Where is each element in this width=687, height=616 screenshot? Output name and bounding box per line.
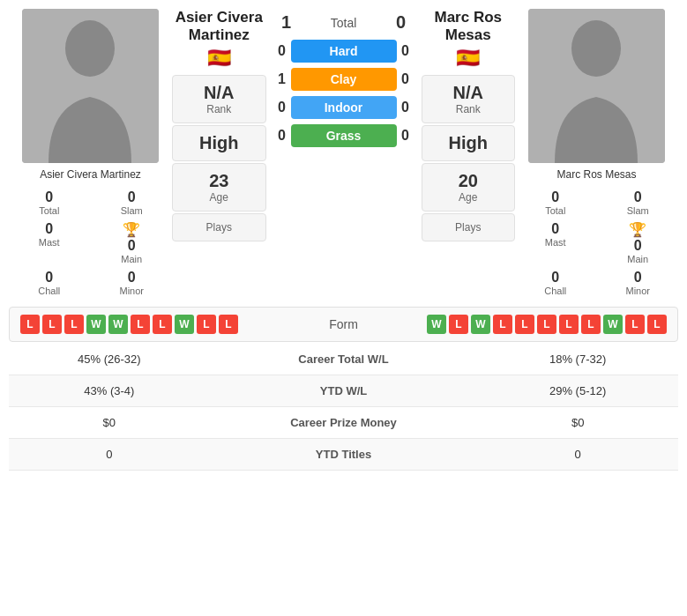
indoor-badge: Indoor: [291, 96, 397, 119]
player2-plays-label: Plays: [429, 221, 508, 234]
player1-flag: 🇪🇸: [172, 47, 266, 70]
player1-mast-stat: 0 Mast: [9, 219, 90, 266]
form-badge: L: [625, 315, 645, 334]
grass-row: 0 Grass 0: [273, 122, 414, 149]
player1-slam-value: 0: [128, 189, 136, 205]
player1-main-value: 0: [128, 238, 136, 254]
player2-header: Marc RosMesas 🇪🇸: [422, 9, 516, 70]
form-badge: L: [20, 315, 40, 334]
total-right-score: 0: [388, 12, 414, 33]
hard-row: 0 Hard 0: [273, 38, 414, 64]
total-left-score: 1: [273, 12, 300, 33]
form-badge: L: [449, 315, 468, 334]
player1-card: Asier Civera Martinez 0 Total 0 Slam 0 M…: [9, 9, 172, 298]
trophy1-icon: 🏆: [123, 221, 140, 238]
player1-header: Asier CiveraMartinez 🇪🇸: [172, 9, 266, 70]
form-badge: L: [42, 315, 62, 334]
player2-minor-label: Minor: [625, 286, 650, 296]
clay-right: 0: [397, 71, 414, 87]
form-badge: W: [603, 315, 623, 334]
total-row: 1 Total 0: [273, 9, 414, 36]
grass-badge: Grass: [291, 124, 397, 147]
trophy2-icon: 🏆: [629, 221, 646, 238]
hard-left: 0: [273, 43, 291, 59]
form-badge: W: [471, 315, 490, 334]
player2-detail-panel: Marc RosMesas 🇪🇸 N/A Rank High 20 Age Pl…: [422, 9, 516, 298]
player1-mast-label: Mast: [39, 237, 60, 248]
player2-chall-value: 0: [551, 270, 559, 286]
player1-plays-label: Plays: [180, 221, 258, 234]
stat-center: Career Total W/L: [210, 344, 478, 375]
player2-mast-stat: 0 Mast: [515, 219, 596, 266]
player2-high-box: High: [422, 125, 516, 161]
player1-age-value: 23: [180, 171, 258, 191]
player1-form-badges: LLLWWLLWLL: [20, 315, 291, 334]
player1-silhouette: [22, 9, 159, 163]
indoor-right: 0: [397, 100, 414, 115]
player2-flag: 🇪🇸: [422, 47, 516, 70]
player2-mast-label: Mast: [545, 237, 566, 248]
player1-high-value: High: [180, 133, 258, 153]
player2-total-label: Total: [545, 205, 565, 216]
player2-total-stat: 0 Total: [515, 188, 596, 218]
player1-minor-label: Minor: [119, 286, 144, 296]
form-badge: L: [153, 315, 172, 334]
stat-right: 0: [477, 439, 678, 471]
player2-age-value: 20: [429, 171, 508, 191]
player1-mast-value: 0: [45, 221, 53, 237]
main-container: Asier Civera Martinez 0 Total 0 Slam 0 M…: [0, 0, 687, 479]
form-badge: W: [427, 315, 446, 334]
stat-center: Career Prize Money: [210, 407, 478, 439]
player1-minor-value: 0: [128, 270, 136, 286]
middle-section: Asier CiveraMartinez 🇪🇸 N/A Rank High 23…: [172, 9, 515, 298]
player1-slam-label: Slam: [121, 205, 143, 216]
player2-age-label: Age: [429, 191, 508, 204]
player2-form-badges: WLWLLLLLWLL: [397, 315, 668, 334]
stat-right: 29% (5-12): [477, 375, 678, 407]
stats-row: 43% (3-4) YTD W/L 29% (5-12): [9, 375, 678, 407]
player1-chall-label: Chall: [38, 286, 60, 296]
center-column: 1 Total 0 0 Hard 0 1 Clay 0 0: [273, 9, 414, 298]
grass-right: 0: [397, 128, 414, 144]
player2-main-label: Main: [627, 254, 648, 264]
hard-right: 0: [397, 43, 414, 59]
form-badge: L: [559, 315, 579, 334]
clay-row: 1 Clay 0: [273, 66, 414, 93]
total-label: Total: [300, 16, 388, 30]
stats-row: $0 Career Prize Money $0: [9, 407, 678, 439]
indoor-row: 0 Indoor 0: [273, 94, 414, 121]
player2-total-value: 0: [551, 189, 559, 205]
stat-right: 18% (7-32): [477, 344, 678, 375]
player2-trophy: 🏆 0 Main: [598, 219, 679, 266]
player2-fullname: Marc RosMesas: [422, 9, 516, 45]
stats-row: 0 YTD Titles 0: [9, 439, 678, 471]
player1-plays-box: Plays: [172, 213, 266, 241]
player2-name-label: Marc Ros Mesas: [556, 168, 636, 181]
form-badge: L: [581, 315, 601, 334]
player1-slam-stat: 0 Slam: [92, 188, 173, 218]
player1-fullname: Asier CiveraMartinez: [172, 9, 266, 45]
player1-trophy: 🏆 0 Main: [92, 219, 173, 266]
player2-age-box: 20 Age: [422, 163, 516, 212]
players-section: Asier Civera Martinez 0 Total 0 Slam 0 M…: [9, 9, 678, 298]
form-badge: W: [86, 315, 106, 334]
stat-left: 45% (26-32): [9, 344, 210, 375]
form-section: LLLWWLLWLL Form WLWLLLLLWLL: [9, 307, 678, 342]
player1-age-label: Age: [180, 191, 258, 204]
form-badge: L: [493, 315, 512, 334]
clay-badge: Clay: [291, 68, 397, 91]
player2-main-value: 0: [634, 238, 642, 254]
player2-slam-value: 0: [634, 189, 642, 205]
player1-total-stat: 0 Total: [9, 188, 90, 218]
form-badge: L: [515, 315, 534, 334]
form-badge: L: [197, 315, 216, 334]
player2-mast-value: 0: [551, 221, 559, 237]
stat-center: YTD W/L: [210, 375, 478, 407]
stat-left: $0: [9, 407, 210, 439]
player2-slam-label: Slam: [627, 205, 649, 216]
form-label: Form: [291, 317, 397, 331]
stats-row: 45% (26-32) Career Total W/L 18% (7-32): [9, 344, 678, 375]
player2-minor-stat: 0 Minor: [598, 268, 679, 298]
player1-high-box: High: [172, 125, 266, 161]
player2-minor-value: 0: [634, 270, 642, 286]
